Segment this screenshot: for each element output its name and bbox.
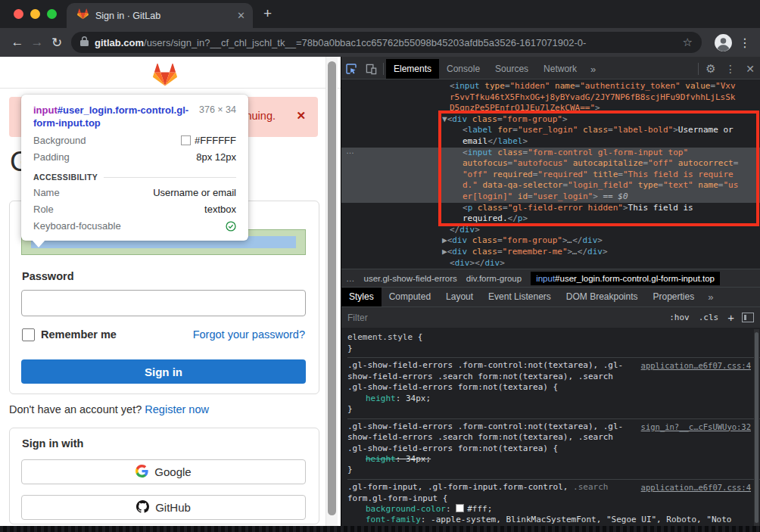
tab-properties[interactable]: Properties: [646, 288, 702, 306]
breadcrumb-item[interactable]: div.form-group: [466, 274, 522, 283]
address-bar[interactable]: gitlab.com/users/sign_in?__cf_chl_jschl_…: [71, 32, 702, 53]
google-button-label: Google: [154, 465, 191, 478]
gitlab-logo-icon: [152, 63, 178, 90]
filter-input[interactable]: Filter: [347, 313, 660, 323]
devtools-close-icon[interactable]: ✕: [740, 59, 760, 79]
chrome-menu-icon[interactable]: ⋮: [737, 36, 752, 50]
tab-styles[interactable]: Styles: [341, 288, 382, 306]
tab-network[interactable]: Network: [536, 59, 584, 79]
dom-node-line[interactable]: er[login]" id="user_login"> == $0: [341, 191, 760, 203]
oauth-card: Sign in with Google: [9, 428, 319, 524]
style-selector[interactable]: .gl-show-field-errors form:not(textarea)…: [347, 382, 760, 394]
class-toggle[interactable]: .cls: [699, 313, 719, 322]
tab-close-icon[interactable]: ✕: [237, 10, 245, 21]
google-signin-button[interactable]: Google: [21, 459, 306, 484]
style-rule: application…e6f07.css:4.gl-show-field-er…: [347, 357, 760, 418]
more-sidebar-tabs-icon[interactable]: »: [702, 291, 719, 303]
dom-node-line[interactable]: <input type="hidden" name="authenticity_…: [341, 81, 760, 92]
page-scrollbar[interactable]: [325, 57, 338, 526]
more-tabs-icon[interactable]: »: [584, 64, 602, 75]
url-path: /users/sign_in?__cf_chl_jschl_tk__=78b0a…: [144, 37, 586, 48]
stylesheet-link[interactable]: application…e6f07.css:4: [641, 483, 751, 492]
tab-computed[interactable]: Computed: [382, 288, 438, 306]
reload-icon[interactable]: ↻: [47, 35, 67, 51]
gutter-ellipsis[interactable]: …: [346, 146, 355, 155]
register-link[interactable]: Register now: [145, 403, 209, 415]
macos-zoom-button[interactable]: [47, 9, 57, 19]
style-property[interactable]: height: 34px;: [347, 454, 760, 465]
tab-elements[interactable]: Elements: [386, 59, 439, 79]
github-signin-button[interactable]: GitHub: [21, 495, 306, 520]
back-icon[interactable]: ←: [8, 35, 27, 50]
signin-button[interactable]: Sign in: [21, 359, 306, 384]
dom-node-line[interactable]: ▼<div class="form-group">: [341, 114, 760, 126]
hover-state-toggle[interactable]: :hov: [669, 313, 690, 322]
style-selector[interactable]: element.style {: [347, 332, 760, 344]
tab-layout[interactable]: Layout: [438, 288, 481, 306]
new-tab-icon[interactable]: +: [263, 5, 272, 22]
style-selector[interactable]: .gl-show-field-errors form:not(textarea)…: [347, 443, 760, 455]
dom-node-line[interactable]: autofocus="autofocus" autocapitalize="of…: [341, 158, 760, 170]
a11y-name-value: Username or email: [153, 187, 236, 198]
inspect-tooltip: input#user_login.form-control.gl-form-in…: [21, 95, 248, 241]
elements-tree-lines: <input type="hidden" name="authenticity_…: [341, 81, 760, 269]
style-selector[interactable]: show-field-errors .search form:not(texta…: [347, 372, 760, 383]
dom-node-line[interactable]: email</label>: [341, 136, 760, 148]
bookmark-star-icon[interactable]: ☆: [683, 36, 693, 49]
style-rule: element.style {}: [347, 330, 760, 357]
google-icon: [135, 465, 148, 480]
a11y-focusable-label: Keyboard-focusable: [33, 220, 226, 232]
stylesheet-link[interactable]: application…e6f07.css:4: [641, 361, 751, 370]
rule-close-brace: }: [347, 465, 760, 476]
stylesheet-link[interactable]: sign_in?__c…cFsUWUyo:32: [641, 422, 751, 431]
forward-icon[interactable]: →: [27, 35, 47, 50]
tab-dom-breakpoints[interactable]: DOM Breakpoints: [559, 288, 646, 306]
github-icon: [136, 500, 149, 515]
section-divider: [104, 177, 236, 178]
alert-close-icon[interactable]: ✕: [296, 109, 306, 123]
inspect-element-icon[interactable]: [341, 59, 361, 79]
dom-node-line[interactable]: D5gnzPe5PEnfrQ1JEu7lZekCWA==">: [341, 103, 760, 114]
dom-node-line[interactable]: d." data-qa-selector="login_field" type=…: [341, 180, 760, 191]
page-scrollbar-thumb[interactable]: [328, 61, 336, 515]
styles-scrollbar-thumb[interactable]: [755, 332, 758, 523]
style-property[interactable]: background-color: #fff;: [347, 504, 760, 515]
profile-avatar[interactable]: [714, 33, 733, 52]
dom-node-line[interactable]: ▶<div class="remember-me">…</div>: [341, 247, 760, 258]
bottom-strip: [0, 526, 760, 532]
dom-node-line[interactable]: <label for="user_login" class="label-bol…: [341, 125, 760, 136]
styles-scrollbar[interactable]: [754, 329, 759, 529]
tab-title: Sign in · GitLab: [95, 11, 237, 21]
style-selector[interactable]: form.gl-form-input {: [347, 493, 760, 505]
password-input[interactable]: [21, 290, 306, 316]
dom-node-line[interactable]: required.</p>: [341, 213, 760, 225]
dom-node-line[interactable]: <p class="gl-field-error hidden">This fi…: [341, 203, 760, 214]
a11y-role-label: Role: [33, 204, 204, 215]
breadcrumb-overflow[interactable]: …: [346, 274, 355, 283]
remember-me-checkbox[interactable]: [22, 328, 35, 341]
devtools-menu-icon[interactable]: ⋮: [721, 59, 740, 79]
macos-minimize-button[interactable]: [30, 9, 40, 19]
browser-tab[interactable]: Sign in · GitLab ✕: [67, 3, 253, 28]
style-property[interactable]: height: 34px;: [347, 394, 760, 404]
tooltip-background-value: #FFFFFF: [195, 135, 236, 146]
dom-node-line[interactable]: ▶<div class="form-group">…</div>: [341, 235, 760, 247]
color-swatch[interactable]: [456, 504, 464, 512]
sidebar-toggle-icon[interactable]: [742, 313, 754, 322]
forgot-password-link[interactable]: Forgot your password?: [193, 328, 305, 341]
style-selector[interactable]: show-field-errors .search form:not(texta…: [347, 432, 760, 443]
settings-gear-icon[interactable]: ⚙: [701, 59, 721, 79]
breadcrumb-item-selected[interactable]: input#user_login.form-control.gl-form-in…: [531, 272, 720, 285]
dom-node-line[interactable]: </div>: [341, 225, 760, 236]
tab-sources[interactable]: Sources: [487, 59, 536, 79]
breadcrumb-item[interactable]: user.gl-show-field-errors: [364, 274, 457, 283]
tab-console[interactable]: Console: [439, 59, 487, 79]
dom-node-line[interactable]: <input class="form-control gl-form-input…: [341, 148, 760, 159]
macos-close-button[interactable]: [14, 9, 23, 19]
dom-node-line[interactable]: <div></div>: [341, 258, 760, 269]
new-style-rule-icon[interactable]: +: [727, 311, 734, 324]
tab-event-listeners[interactable]: Event Listeners: [481, 288, 559, 306]
dom-node-line[interactable]: "off" required="required" title="This fi…: [341, 170, 760, 181]
dom-node-line[interactable]: r5vvTfku46tX5FhxOG+j8yBYvadG/2JY7NP6fB8s…: [341, 92, 760, 104]
device-toolbar-icon[interactable]: [361, 59, 381, 79]
